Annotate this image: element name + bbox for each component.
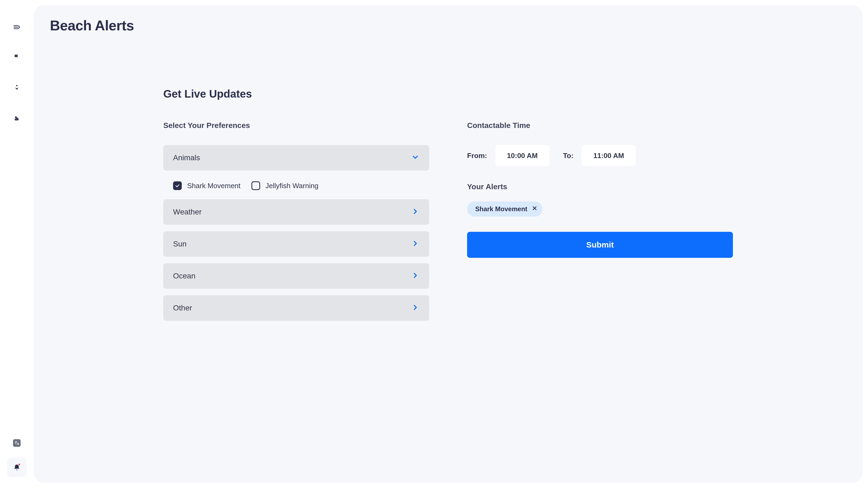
section-title: Get Live Updates [163, 88, 733, 100]
option-jellyfish-label: Jellyfish Warning [266, 182, 319, 190]
alert-chip-label: Shark Movement [475, 205, 527, 213]
sidebar-top [11, 22, 22, 124]
swimmer-icon[interactable] [11, 83, 22, 93]
sidebar [0, 0, 34, 488]
from-label: From: [467, 152, 487, 160]
accordion-ocean[interactable]: Ocean [163, 263, 429, 289]
preferences-label: Select Your Preferences [163, 121, 429, 130]
contactable-time-label: Contactable Time [467, 121, 733, 130]
sidebar-bottom [7, 439, 27, 477]
time-range-row: From: 10:00 AM To: 11:00 AM [467, 145, 733, 166]
accordion-sun-label: Sun [173, 240, 187, 248]
option-shark-label: Shark Movement [187, 182, 241, 190]
alert-chip-shark: Shark Movement [467, 201, 542, 217]
preferences-column: Select Your Preferences Animals Shark Mo… [163, 121, 429, 327]
language-icon[interactable] [13, 439, 21, 447]
accordion-other[interactable]: Other [163, 295, 429, 321]
chevron-down-icon [411, 153, 420, 162]
checkbox-checked-icon [173, 182, 182, 190]
accordion-ocean-label: Ocean [173, 272, 195, 280]
to-label: To: [563, 152, 574, 160]
page-title: Beach Alerts [50, 18, 846, 34]
option-shark-movement[interactable]: Shark Movement [173, 182, 241, 190]
close-icon[interactable] [532, 205, 538, 213]
accordion-other-label: Other [173, 304, 192, 312]
chevron-right-icon [411, 271, 420, 281]
contact-column: Contactable Time From: 10:00 AM To: 11:0… [467, 121, 733, 258]
accordion-animals-options: Shark Movement Jellyfish Warning [163, 177, 429, 199]
option-jellyfish-warning[interactable]: Jellyfish Warning [251, 182, 319, 190]
content-wrap: Get Live Updates Select Your Preferences… [104, 34, 793, 327]
sun-cloud-icon[interactable] [11, 113, 22, 124]
chevron-right-icon [411, 239, 420, 249]
two-column-layout: Select Your Preferences Animals Shark Mo… [163, 121, 733, 327]
menu-toggle-icon[interactable] [11, 22, 22, 33]
accordion-sun[interactable]: Sun [163, 231, 429, 257]
alert-chips: Shark Movement [467, 201, 733, 217]
main-panel: Beach Alerts Get Live Updates Select You… [34, 5, 863, 483]
accordion-animals-label: Animals [173, 154, 200, 162]
notification-dot-icon [18, 463, 21, 466]
from-time-input[interactable]: 10:00 AM [495, 145, 550, 166]
to-time-input[interactable]: 11:00 AM [582, 145, 636, 166]
chevron-right-icon [411, 303, 420, 313]
notifications-button[interactable] [7, 458, 27, 477]
accordion-weather-label: Weather [173, 208, 202, 216]
chevron-right-icon [411, 207, 420, 217]
accordion-weather[interactable]: Weather [163, 199, 429, 225]
flag-icon[interactable] [11, 52, 22, 63]
checkbox-unchecked-icon [251, 182, 260, 190]
accordion-animals[interactable]: Animals [163, 145, 429, 170]
svg-point-3 [16, 85, 18, 86]
submit-button[interactable]: Submit [467, 232, 733, 258]
your-alerts-label: Your Alerts [467, 183, 733, 191]
